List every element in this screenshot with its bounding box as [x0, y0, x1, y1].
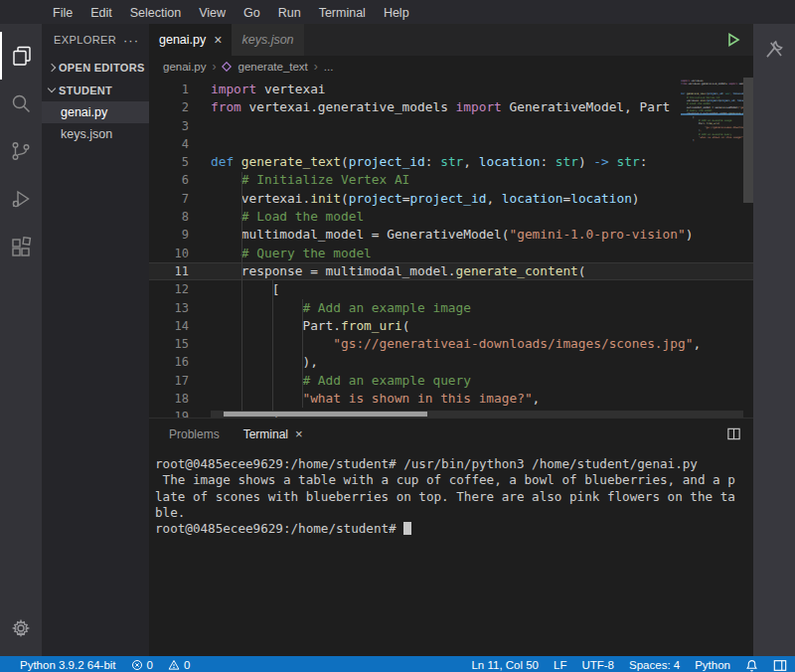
scrollbar-thumb[interactable] [743, 78, 753, 203]
chevron-right-icon [48, 63, 56, 71]
code-line-11[interactable]: 11 response = multimodal_model.generate_… [149, 262, 753, 280]
breadcrumb-symbol[interactable]: generate_text [238, 61, 307, 73]
search-icon[interactable] [0, 80, 42, 127]
line-number: 7 [149, 190, 189, 208]
status-right: Ln 11, Col 50LFUTF-8Spaces: 4Python [471, 658, 787, 672]
code-line-15[interactable]: 15 "gs://generativeai-downloads/images/s… [149, 335, 753, 353]
status-python[interactable]: Python [695, 659, 730, 671]
tools-icon[interactable] [761, 36, 787, 656]
bottom-panel: Problems Terminal × root@0485ecee9629:/h… [149, 418, 753, 656]
menu-terminal[interactable]: Terminal [310, 6, 375, 20]
code-line-3[interactable]: 3 [149, 117, 753, 135]
code-line-1[interactable]: 1import vertexai [149, 81, 753, 98]
scrollbar-thumb[interactable] [224, 412, 427, 417]
menu-bar: FileEditSelectionViewGoRunTerminalHelp [0, 0, 795, 24]
code-editor[interactable]: 1import vertexai2from vertexai.generativ… [149, 78, 753, 418]
status-right-items: Ln 11, Col 50LFUTF-8Spaces: 4Python [471, 659, 730, 671]
source-control-icon[interactable] [0, 127, 42, 175]
menu-items: FileEditSelectionViewGoRunTerminalHelp [44, 3, 418, 21]
breadcrumb: genai.py › generate_text › ... [149, 56, 753, 78]
layout-icon[interactable] [773, 659, 787, 672]
minimap-current-line-marker [681, 113, 743, 115]
line-number: 9 [149, 226, 189, 244]
close-icon[interactable]: × [295, 427, 303, 441]
status-lf[interactable]: LF [554, 659, 566, 671]
code-text: def generate_text(project_id: str, locat… [189, 153, 647, 171]
tab-keys-json[interactable]: keys.json [232, 24, 303, 56]
code-line-12[interactable]: 12 [ [149, 280, 753, 298]
symbol-method-icon [222, 62, 232, 72]
code-line-14[interactable]: 14 Part.from_uri( [149, 317, 753, 335]
status-bar: Python 3.9.2 64-bit00 Ln 11, Col 50LFUTF… [0, 656, 795, 672]
code-line-7[interactable]: 7 vertexai.init(project=project_id, loca… [149, 190, 753, 208]
code-line-16[interactable]: 16 ), [149, 353, 753, 371]
terminal-line: late of scones with blueberries on top. … [155, 489, 753, 505]
error-count[interactable]: 0 [131, 659, 153, 671]
code-text: "gs://generativeai-downloads/images/scon… [189, 335, 701, 353]
warning-count[interactable]: 0 [168, 659, 190, 671]
explorer-sidebar: EXPLORER ··· OPEN EDITORS STUDENT genai.… [42, 24, 149, 656]
code-text: multimodal_model = GenerativeModel("gemi… [189, 226, 693, 244]
editor-vertical-scrollbar[interactable] [743, 78, 753, 418]
code-line-6[interactable]: 6 # Initialize Vertex AI [149, 171, 753, 189]
terminal-cursor [403, 522, 411, 535]
menu-go[interactable]: Go [235, 6, 269, 20]
extensions-icon[interactable] [0, 223, 42, 270]
menu-help[interactable]: Help [375, 6, 418, 20]
file-item-genai-py[interactable]: genai.py [42, 101, 149, 123]
sidebar-more-actions-icon[interactable]: ··· [123, 33, 139, 48]
line-number: 18 [149, 390, 189, 408]
tab-genai-py[interactable]: genai.py × [149, 24, 232, 56]
interpreter-indicator[interactable]: Python 3.9.2 64-bit [20, 659, 116, 671]
tab-problems[interactable]: Problems [157, 427, 232, 441]
line-number: 17 [149, 372, 189, 390]
tab-terminal[interactable]: Terminal × [232, 427, 315, 441]
file-item-keys-json[interactable]: keys.json [42, 123, 149, 145]
code-text: ), [189, 353, 318, 371]
code-line-9[interactable]: 9 multimodal_model = GenerativeModel("ge… [149, 226, 753, 244]
terminal-line: root@0485ecee9629:/home/student# /usr/bi… [155, 456, 753, 472]
code-line-4[interactable]: 4 [149, 135, 753, 153]
minimap[interactable]: import vertexaifrom vertexai.generative_… [681, 80, 743, 143]
code-text: from vertexai.generative_models import G… [189, 98, 670, 116]
menu-view[interactable]: View [190, 6, 235, 20]
terminal-line: root@0485ecee9629:/home/student# [155, 521, 753, 537]
editor-horizontal-scrollbar[interactable] [211, 411, 743, 418]
status-ln[interactable]: Ln 11, Col 50 [471, 659, 539, 671]
close-icon[interactable]: × [214, 33, 222, 47]
terminal-output[interactable]: root@0485ecee9629:/home/student# /usr/bi… [149, 450, 753, 537]
code-line-8[interactable]: 8 # Load the model [149, 208, 753, 226]
menu-selection[interactable]: Selection [121, 6, 190, 20]
menu-file[interactable]: File [44, 6, 81, 20]
code-lines: 1import vertexai2from vertexai.generativ… [149, 78, 753, 418]
code-line-10[interactable]: 10 # Query the model [149, 245, 753, 262]
split-panel-icon[interactable] [726, 426, 741, 445]
menu-run[interactable]: Run [269, 6, 310, 20]
line-number: 11 [149, 262, 189, 280]
status-spaces[interactable]: Spaces: 4 [629, 659, 680, 671]
breadcrumb-file[interactable]: genai.py [163, 61, 206, 73]
menu-edit[interactable]: Edit [81, 6, 121, 20]
indent-guide [272, 280, 273, 411]
run-python-file-button[interactable] [725, 32, 741, 48]
manage-gear-icon[interactable] [0, 608, 42, 648]
code-text: [ [189, 280, 279, 298]
code-line-18[interactable]: 18 "what is shown in this image?", [149, 390, 753, 408]
explorer-icon[interactable] [0, 32, 42, 80]
status-utf-8[interactable]: UTF-8 [581, 659, 614, 671]
section-open-editors[interactable]: OPEN EDITORS [42, 56, 149, 79]
code-line-17[interactable]: 17 # Add an example query [149, 372, 753, 390]
code-line-13[interactable]: 13 # Add an example image [149, 299, 753, 317]
editor-group: genai.py × keys.json genai.py › generate… [149, 24, 753, 656]
section-student-folder[interactable]: STUDENT [42, 79, 149, 101]
minimap-line: from vertexai.generative_models import G… [681, 83, 743, 85]
code-line-5[interactable]: 5def generate_text(project_id: str, loca… [149, 153, 753, 171]
status-left: Python 3.9.2 64-bit00 [20, 658, 190, 672]
run-and-debug-icon[interactable] [0, 175, 42, 223]
code-line-2[interactable]: 2from vertexai.generative_models import … [149, 98, 753, 116]
error-icon [131, 659, 143, 671]
breadcrumb-more[interactable]: ... [324, 61, 334, 73]
line-number: 16 [149, 353, 189, 371]
code-text: # Add an example image [189, 299, 471, 317]
notifications-bell-icon[interactable] [745, 659, 758, 672]
